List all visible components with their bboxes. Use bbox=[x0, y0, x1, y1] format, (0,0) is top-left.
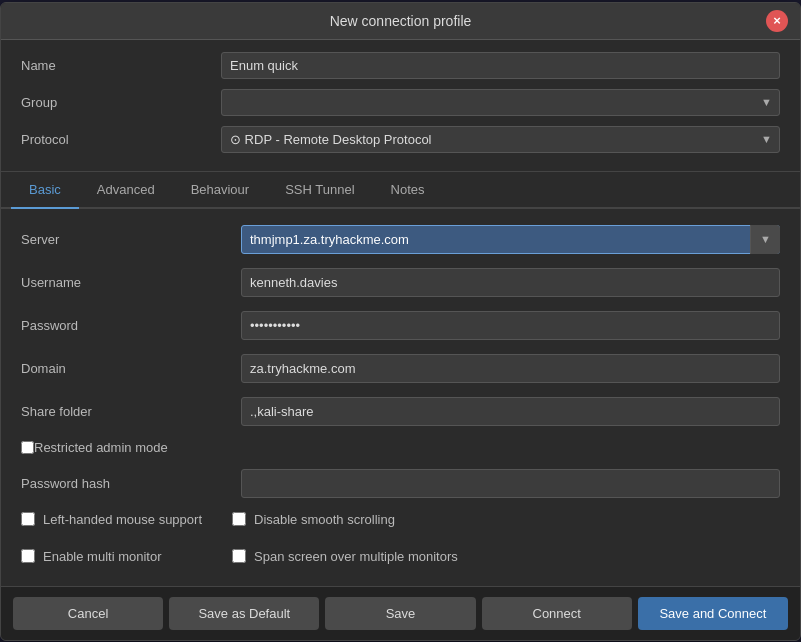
name-input[interactable] bbox=[221, 52, 780, 79]
password-input[interactable] bbox=[241, 311, 780, 340]
share-folder-row: Share folder bbox=[21, 397, 780, 426]
left-handed-row: Left-handed mouse support bbox=[21, 512, 202, 527]
left-handed-label: Left-handed mouse support bbox=[43, 512, 202, 527]
server-input[interactable] bbox=[241, 225, 780, 254]
form-section: Name Group ▼ Protocol ⊙ RDP - Remote Des… bbox=[1, 40, 800, 172]
username-input-wrapper bbox=[241, 268, 780, 297]
domain-row: Domain bbox=[21, 354, 780, 383]
span-screen-label: Span screen over multiple monitors bbox=[254, 549, 458, 564]
protocol-row: Protocol ⊙ RDP - Remote Desktop Protocol… bbox=[21, 126, 780, 153]
group-label: Group bbox=[21, 95, 221, 110]
domain-label: Domain bbox=[21, 361, 241, 376]
password-hash-label: Password hash bbox=[21, 476, 241, 491]
server-row: Server ▼ bbox=[21, 225, 780, 254]
group-row: Group ▼ bbox=[21, 89, 780, 116]
password-hash-input-wrapper bbox=[241, 469, 780, 498]
password-hash-row: Password hash bbox=[21, 469, 780, 498]
connect-button[interactable]: Connect bbox=[482, 597, 632, 630]
left-handed-checkbox[interactable] bbox=[21, 512, 35, 526]
restricted-admin-checkbox[interactable] bbox=[21, 441, 34, 454]
username-input[interactable] bbox=[241, 268, 780, 297]
dialog-title: New connection profile bbox=[330, 13, 472, 29]
disable-smooth-row: Disable smooth scrolling bbox=[232, 512, 458, 527]
protocol-select[interactable]: ⊙ RDP - Remote Desktop Protocol bbox=[221, 126, 780, 153]
protocol-label: Protocol bbox=[21, 132, 221, 147]
span-screen-row: Span screen over multiple monitors bbox=[232, 549, 458, 564]
tabs-bar: Basic Advanced Behaviour SSH Tunnel Note… bbox=[1, 172, 800, 209]
enable-multi-label: Enable multi monitor bbox=[43, 549, 162, 564]
save-as-default-button[interactable]: Save as Default bbox=[169, 597, 319, 630]
domain-input-wrapper bbox=[241, 354, 780, 383]
tab-behaviour[interactable]: Behaviour bbox=[173, 172, 268, 209]
footer: Cancel Save as Default Save Connect Save… bbox=[1, 586, 800, 640]
save-button[interactable]: Save bbox=[325, 597, 475, 630]
close-button[interactable]: × bbox=[766, 10, 788, 32]
save-and-connect-button[interactable]: Save and Connect bbox=[638, 597, 788, 630]
restricted-admin-label: Restricted admin mode bbox=[34, 440, 168, 455]
domain-input[interactable] bbox=[241, 354, 780, 383]
checkboxes-section: Left-handed mouse support Enable multi m… bbox=[21, 512, 780, 576]
tab-content-basic: Server ▼ Username Password Domain bbox=[1, 209, 800, 586]
disable-smooth-scrolling-checkbox[interactable] bbox=[232, 512, 246, 526]
server-input-wrapper: ▼ bbox=[241, 225, 780, 254]
cancel-button[interactable]: Cancel bbox=[13, 597, 163, 630]
password-label: Password bbox=[21, 318, 241, 333]
enable-multi-monitor-checkbox[interactable] bbox=[21, 549, 35, 563]
share-folder-input[interactable] bbox=[241, 397, 780, 426]
tab-basic[interactable]: Basic bbox=[11, 172, 79, 209]
col-check-right: Disable smooth scrolling Span screen ove… bbox=[232, 512, 458, 576]
col-check-left: Left-handed mouse support Enable multi m… bbox=[21, 512, 202, 576]
username-row: Username bbox=[21, 268, 780, 297]
username-label: Username bbox=[21, 275, 241, 290]
tab-advanced[interactable]: Advanced bbox=[79, 172, 173, 209]
password-input-wrapper bbox=[241, 311, 780, 340]
password-row: Password bbox=[21, 311, 780, 340]
title-bar: New connection profile × bbox=[1, 3, 800, 40]
server-label: Server bbox=[21, 232, 241, 247]
name-label: Name bbox=[21, 58, 221, 73]
dialog: New connection profile × Name Group ▼ Pr… bbox=[0, 2, 801, 641]
group-select[interactable] bbox=[221, 89, 780, 116]
share-folder-input-wrapper bbox=[241, 397, 780, 426]
server-dropdown-button[interactable]: ▼ bbox=[750, 225, 780, 254]
enable-multi-row: Enable multi monitor bbox=[21, 549, 202, 564]
password-hash-input[interactable] bbox=[241, 469, 780, 498]
span-screen-checkbox[interactable] bbox=[232, 549, 246, 563]
restricted-admin-row: Restricted admin mode bbox=[21, 440, 780, 455]
tab-notes[interactable]: Notes bbox=[373, 172, 443, 209]
share-folder-label: Share folder bbox=[21, 404, 241, 419]
group-select-wrapper: ▼ bbox=[221, 89, 780, 116]
protocol-select-wrapper: ⊙ RDP - Remote Desktop Protocol ▼ bbox=[221, 126, 780, 153]
name-row: Name bbox=[21, 52, 780, 79]
disable-smooth-label: Disable smooth scrolling bbox=[254, 512, 395, 527]
tab-ssh-tunnel[interactable]: SSH Tunnel bbox=[267, 172, 372, 209]
